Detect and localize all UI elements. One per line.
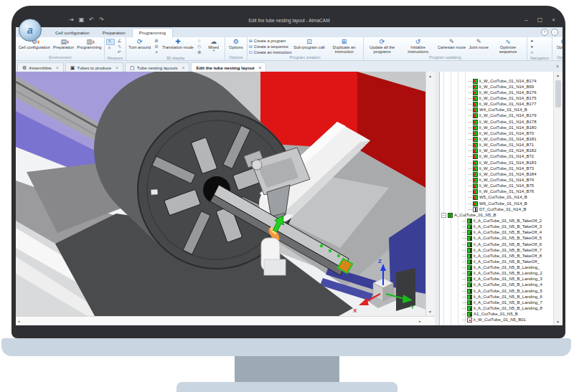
close-icon[interactable]: × (259, 65, 262, 70)
duplicate-an-instruction-button[interactable]: ⊞Duplicate an instruction (327, 38, 362, 54)
minimize-button[interactable]: – (524, 16, 527, 24)
info-icon[interactable]: i (551, 29, 558, 36)
viewport-vertical-scrollbar[interactable]: ▲ ▼ (425, 72, 435, 316)
tree-item[interactable]: li_A_CutTube_01_N5_B_Landing_2 (440, 271, 553, 277)
tree-item[interactable]: li_W_CutTube_01_N14_B76 (440, 189, 553, 195)
tree-item[interactable]: D7_CutTube_01_N14_B (440, 206, 553, 212)
initialize-instructions-button[interactable]: ↺Initialize instructions (401, 38, 436, 54)
3d-viewport[interactable]: Z X Y (16, 72, 425, 316)
tree-item[interactable]: li_W_CutTube_01_N14_B183 (440, 160, 553, 166)
tree-item[interactable]: li_W_CutTube_01_N5_B01 (440, 317, 553, 323)
tree-item[interactable]: A_CutTube_01_N5_B (440, 212, 553, 218)
tree-item[interactable]: li_W_CutTube_01_N14_B175 (440, 95, 553, 101)
cartesian-move-button[interactable]: ✎Cartesian move (437, 38, 467, 49)
cursor-icon[interactable]: ↖ (106, 39, 115, 45)
tree-item[interactable]: li_W_CutTube_01_N14_B177 (440, 102, 553, 107)
scrollbar-thumb[interactable] (555, 80, 561, 107)
mixed-button[interactable]: ☁Mixed▾ (204, 38, 223, 52)
wave-icon[interactable]: ∿ (116, 44, 123, 49)
close-icon[interactable]: × (116, 65, 118, 70)
cube-icon[interactable]: ◇ (196, 44, 203, 49)
document-tab-edit-the-tube-nesting-layout[interactable]: Edit the tube nesting layout× (191, 62, 266, 72)
tree-scrollbar[interactable]: ▲ ▼ (553, 72, 563, 325)
scroll-left-icon[interactable]: ◂ (18, 319, 20, 323)
document-tab-assemblies[interactable]: ⚙Assemblies× (17, 62, 64, 72)
angle-icon[interactable]: ∠ (116, 39, 123, 44)
tree-item[interactable]: li_W_CutTube_01_N14_B71 (440, 143, 553, 148)
programming-button[interactable]: ▥Programming (76, 38, 102, 49)
tree-item[interactable]: li_W_CutTube_01_N14_B69 (440, 84, 553, 90)
tree-item[interactable]: li_W_CutTube_01_N14_B73 (440, 166, 553, 171)
ribbon-group-options: ⚙OptionsOptions (552, 37, 563, 60)
tree-item[interactable]: li_W_CutTube_01_N14_B178 (440, 119, 553, 125)
translation-icon: ✚ (175, 38, 181, 45)
tree-item[interactable]: li_A_CutTube_01_N5_B_TakeOff_7 (440, 247, 553, 253)
tree-item[interactable]: li_W_CutTube_01_N14_B179 (440, 113, 553, 119)
scroll-right-icon[interactable]: ▸ (419, 319, 421, 323)
optimize-sequence-button[interactable]: ∿Optimize sequence (491, 38, 525, 54)
document-tab-tube-nesting-layouts[interactable]: ▢Tube nesting layouts× (125, 62, 189, 72)
tree-item[interactable]: li_A_CutTube_01_N5_B_TakeOff_5 (440, 236, 553, 242)
tree-item[interactable]: li_W_CutTube_01_N14_B74 (440, 177, 553, 183)
tree-item[interactable]: W4_CutTube_01_N14_B (440, 107, 553, 113)
circle-icon[interactable]: ○ (196, 39, 203, 44)
tree-item[interactable]: li_A_CutTube_01_N5_B_TakeOff_6 (440, 242, 553, 247)
tree-item[interactable]: li_A_CutTube_01_N5_B_TakeOff_4 (440, 230, 553, 236)
scroll-up-icon[interactable]: ▲ (556, 73, 560, 77)
tree-item[interactable]: li_A_CutTube_01_N5_B_TakeOff_2 (440, 218, 553, 224)
joint-move-button[interactable]: ✎Joint move (468, 38, 489, 49)
scroll-down-icon[interactable]: ▼ (556, 320, 560, 324)
update-all-the-programs-button[interactable]: ⟳Update all the programs (365, 38, 400, 54)
options-button[interactable]: ⚙Options (554, 38, 563, 49)
tree-item[interactable]: li_A_CutTube_01_N5_B_Landing_4 (440, 282, 553, 288)
tree-item[interactable]: A1_CutTube_01_N5_B (440, 312, 553, 317)
tab-bar-close-icon[interactable]: × (556, 64, 559, 69)
tree-item[interactable]: li_A_CutTube_01_N5_B_TakeOff_ (440, 259, 553, 264)
scroll-up-icon[interactable]: ▲ (428, 74, 432, 78)
viewport-horizontal-scrollbar[interactable]: ◂ ▸ (16, 316, 435, 325)
tree-item[interactable]: W5_CutTube_01_N14_B (440, 195, 553, 201)
tree-item[interactable]: li_W_CutTube_01_N14_B181 (440, 136, 553, 142)
turn-around-button[interactable]: ⟳Turn around (128, 38, 151, 49)
close-icon[interactable]: × (56, 65, 59, 70)
preparation-button[interactable]: ▤Preparation (52, 38, 75, 49)
tree-item[interactable]: li_W_CutTube_01_N14_B176 (440, 90, 553, 95)
tree-item[interactable]: li_A_CutTube_01_N5_B_TakeOff_3 (440, 224, 553, 230)
close-x-icon[interactable]: × (106, 46, 113, 51)
create-a-program-button[interactable]: ⊞Create a program (249, 39, 292, 44)
create-a-sequence-button[interactable]: ⊟Create a sequence (249, 44, 292, 49)
document-tab-tubes-to-produce[interactable]: ▣Tubes to produce× (65, 62, 123, 72)
tree-item[interactable]: li_W_CutTube_01_N14_B70 (440, 130, 553, 136)
tree-item[interactable]: li_A_CutTube_01_N5_B_Landing_7 (440, 300, 553, 305)
tree-item[interactable]: li_W_CutTube_01_N14_B180 (440, 125, 553, 130)
zoom-out-icon[interactable]: ⊖ (153, 44, 160, 49)
zoom-in-icon[interactable]: ⊕ (153, 39, 160, 44)
sub-program-call-button[interactable]: ⊡Sub-program call (293, 38, 325, 49)
close-icon[interactable]: × (182, 65, 185, 70)
tree-item[interactable]: li_W_CutTube_01_N14_B182 (440, 148, 553, 154)
close-button[interactable]: × (552, 16, 555, 24)
tree-item[interactable]: li_A_CutTube_01_N5_B_Landing_8 (440, 305, 553, 311)
help-icon[interactable]: ? (541, 29, 548, 36)
ribbon-tab-cell-configuration[interactable]: Cell configuration (49, 28, 96, 37)
tree-item[interactable]: li_A_CutTube_01_N5_B_Landing_5 (440, 288, 553, 294)
nav-first-icon[interactable]: ▸ (529, 39, 536, 44)
scroll-down-icon[interactable]: ▼ (428, 310, 432, 314)
app-logo[interactable]: a (19, 19, 42, 42)
ribbon-tab-programming[interactable]: Programming (132, 28, 173, 37)
translation-mode-button[interactable]: ✚Translation mode (161, 38, 194, 49)
expander-icon[interactable] (441, 213, 446, 218)
tree-item[interactable]: li_A_CutTube_01_N5_B_TakeOff_8 (440, 253, 553, 259)
tree-item[interactable]: li_W_CutTube_01_N14_B184 (440, 171, 553, 177)
ribbon-tab-preparation[interactable]: Preparation (96, 28, 132, 37)
options-button[interactable]: ⚙Options (227, 38, 245, 49)
nav-next-icon[interactable]: ▸ (529, 44, 536, 49)
tree-item[interactable]: li_A_CutTube_01_N5_B_Landing_ (440, 265, 553, 271)
tree-item[interactable]: li_W_CutTube_01_N14_B75 (440, 183, 553, 189)
tree-item[interactable]: li_W_CutTube_01_N14_B72 (440, 154, 553, 160)
tree-item[interactable]: li_A_CutTube_01_N5_B_Landing_6 (440, 294, 553, 300)
tree-item[interactable]: li_A_CutTube_01_N5_B_Landing_3 (440, 277, 553, 282)
tree-item[interactable]: li_W_CutTube_01_N14_B174 (440, 78, 553, 84)
maximize-button[interactable]: ▢ (537, 16, 543, 24)
tree-item[interactable]: W6_CutTube_01_N14_B (440, 201, 553, 206)
